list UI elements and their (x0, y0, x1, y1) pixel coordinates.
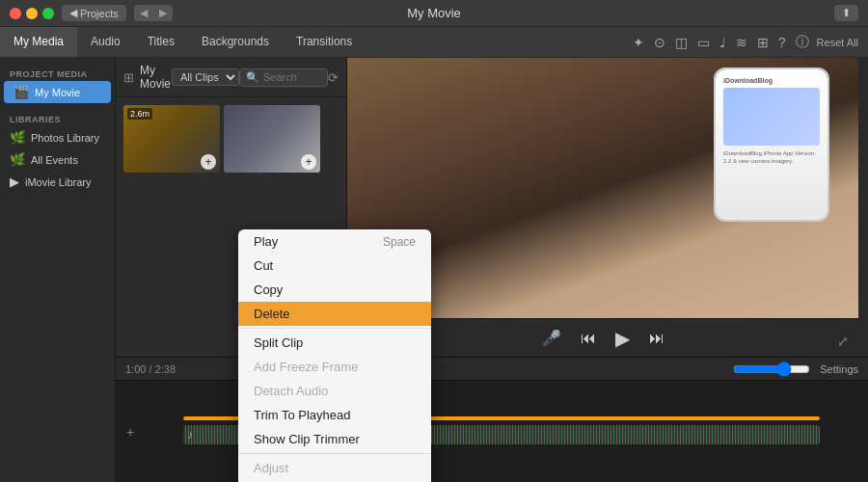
clip-duration-1: 2.6m (127, 108, 152, 120)
context-menu-item-label-freeze: Add Freeze Frame (254, 360, 358, 374)
photos-label: Photos Library (31, 132, 99, 144)
magic-wand-icon[interactable]: ✦ (631, 33, 646, 52)
imovie-icon: ▶ (10, 174, 19, 189)
timeline-header: 1:00 / 2:38 Settings (116, 358, 868, 381)
imovie-label: iMovie Library (25, 176, 91, 188)
photos-icon: 🌿 (10, 130, 25, 145)
titlebar-left: ◀ Projects ◀ ▶ (10, 5, 173, 21)
my-movie-label: My Movie (35, 87, 80, 98)
play-button[interactable]: ▶ (615, 327, 630, 350)
movie-icon: 🎬 (14, 85, 29, 99)
context-menu-item-copy[interactable]: Copy (238, 278, 431, 302)
timeline-right: Settings (733, 362, 858, 377)
timeline-add-icon[interactable]: + (126, 424, 134, 440)
timeline-area: 1:00 / 2:38 Settings + (116, 357, 868, 482)
context-menu-separator (238, 453, 431, 454)
skip-back-button[interactable]: ⏮ (581, 330, 596, 347)
timeline-time: 1:00 / 2:38 (125, 363, 176, 375)
context-menu-item-label-copy: Copy (254, 282, 283, 297)
nav-arrows: ◀ ▶ (134, 5, 173, 21)
context-menu-item-delete[interactable]: Delete (238, 302, 431, 326)
current-time: 1:00 (125, 363, 146, 375)
context-menu-item-label-adjust: Adjust (254, 461, 288, 475)
tab-audio[interactable]: Audio (77, 27, 134, 57)
context-menu: PlaySpaceCutCopyDeleteSplit ClipAdd Free… (238, 229, 431, 482)
media-thumb-1[interactable]: 2.6m + (123, 105, 220, 173)
media-browser-title: ⊞ My Movie (123, 64, 172, 91)
balance-icon[interactable]: ⊞ (755, 33, 771, 52)
context-menu-item-label-cut: Cut (254, 258, 273, 273)
question-icon[interactable]: ? (776, 33, 788, 52)
sidebar: PROJECT MEDIA 🎬 My Movie LIBRARIES 🌿 Pho… (0, 58, 116, 482)
media-grid: 2.6m + + (116, 97, 346, 180)
grid-toggle-icon[interactable]: ⊞ (123, 70, 134, 85)
context-menu-item-show-trimmer[interactable]: Show Clip Trimmer (238, 427, 431, 451)
titlebar-right: ⬆ (834, 5, 858, 21)
add-clip-1-button[interactable]: + (201, 154, 216, 170)
media-browser-title-text: My Movie (140, 64, 172, 91)
share-button[interactable]: ⬆ (834, 5, 858, 21)
video-icon[interactable]: ▭ (695, 33, 712, 52)
context-menu-item-freeze: Add Freeze Frame (238, 355, 431, 379)
libraries-label: LIBRARIES (0, 111, 115, 126)
context-menu-item-play[interactable]: PlaySpace (238, 229, 431, 254)
timeline-track-area[interactable]: + 2.6m – iDownloadBlog iPhone App (116, 381, 868, 482)
tab-transitions[interactable]: Transitions (283, 27, 366, 57)
top-toolbar: My Media Audio Titles Backgrounds Transi… (0, 27, 868, 58)
search-box: 🔍 (239, 68, 328, 87)
close-button[interactable] (10, 8, 21, 19)
content-area: ⊞ My Movie All Clips 🔍 ⟳ 2.6m + (116, 58, 868, 482)
search-icon: 🔍 (246, 71, 259, 84)
minimize-button[interactable] (26, 8, 38, 19)
window-title: My Movie (407, 6, 461, 20)
top-section: ⊞ My Movie All Clips 🔍 ⟳ 2.6m + (116, 58, 868, 357)
context-menu-item-label-split: Split Clip (254, 335, 303, 350)
add-clip-2-button[interactable]: + (301, 154, 316, 170)
reset-all-button[interactable]: Reset All (817, 37, 858, 48)
context-menu-item-trim[interactable]: Trim To Playhead (238, 403, 431, 427)
skip-forward-button[interactable]: ⏭ (649, 330, 665, 347)
settings-button[interactable]: Settings (820, 363, 858, 375)
context-menu-item-label-show-trimmer: Show Clip Trimmer (254, 432, 360, 446)
fullscreen-button[interactable] (42, 8, 54, 19)
expand-icon[interactable]: ⤢ (837, 334, 849, 349)
camera-icon[interactable]: ⊙ (652, 33, 667, 52)
project-media-label: PROJECT MEDIA (0, 66, 115, 81)
main-layout: PROJECT MEDIA 🎬 My Movie LIBRARIES 🌿 Pho… (0, 58, 868, 482)
refresh-icon[interactable]: ⟳ (328, 70, 339, 85)
traffic-lights (10, 8, 54, 19)
microphone-icon[interactable]: 🎤 (542, 329, 561, 347)
context-menu-separator (238, 328, 431, 329)
title-bar: ◀ Projects ◀ ▶ My Movie ⬆ (0, 0, 868, 27)
tab-titles[interactable]: Titles (134, 27, 188, 57)
media-browser-header: ⊞ My Movie All Clips 🔍 ⟳ (116, 58, 346, 97)
context-menu-item-adjust: Adjust (238, 456, 431, 480)
nav-back-arrow[interactable]: ◀ (134, 5, 153, 21)
tab-my-media[interactable]: My Media (0, 27, 77, 57)
nav-forward-arrow[interactable]: ▶ (153, 5, 173, 21)
back-button-label: Projects (80, 8, 119, 19)
context-menu-item-detach: Detach Audio (238, 379, 431, 403)
context-menu-item-label-detach: Detach Audio (254, 384, 328, 398)
info-icon[interactable]: ⓘ (794, 32, 811, 53)
search-input[interactable] (263, 71, 321, 83)
zoom-slider[interactable] (733, 362, 810, 377)
tab-backgrounds[interactable]: Backgrounds (188, 27, 283, 57)
sidebar-item-all-events[interactable]: 🌿 All Events (0, 148, 115, 171)
media-thumb-2[interactable]: + (224, 105, 320, 173)
back-button[interactable]: ◀ Projects (62, 5, 126, 21)
audio-icon[interactable]: ♩ (718, 33, 728, 52)
sidebar-item-imovie[interactable]: ▶ iMovie Library (0, 171, 115, 193)
sidebar-item-my-movie[interactable]: 🎬 My Movie (4, 81, 111, 103)
media-tabs: My Media Audio Titles Backgrounds Transi… (0, 27, 621, 57)
music-icon: ♪ (187, 428, 193, 442)
film-icon[interactable]: ◫ (673, 33, 690, 52)
waveform-icon[interactable]: ≋ (734, 33, 749, 52)
sidebar-item-photos[interactable]: 🌿 Photos Library (0, 126, 115, 148)
total-time: 2:38 (155, 363, 176, 375)
clips-selector[interactable]: All Clips (172, 68, 239, 86)
context-menu-item-split[interactable]: Split Clip (238, 331, 431, 355)
context-menu-item-label-play: Play (254, 234, 278, 249)
context-menu-item-cut[interactable]: Cut (238, 254, 431, 278)
right-scrollbar[interactable] (858, 58, 868, 357)
